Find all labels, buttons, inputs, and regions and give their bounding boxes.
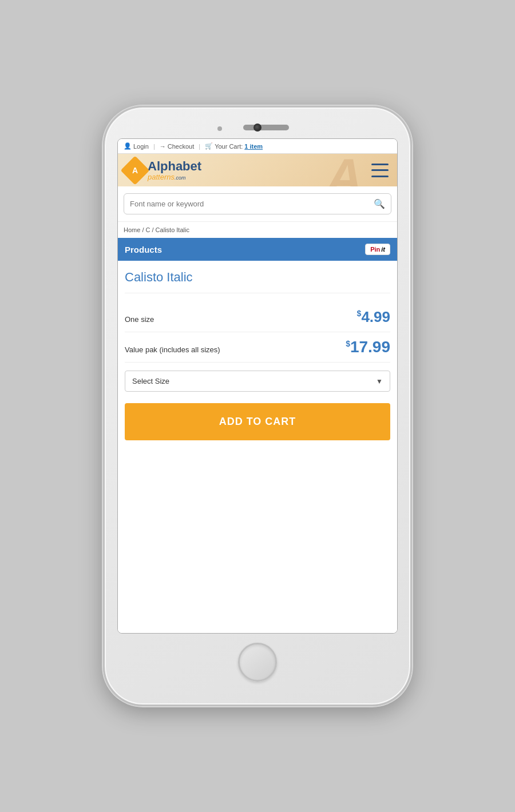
product-name: Calisto Italic	[125, 270, 390, 293]
value-pak-currency: $	[346, 339, 350, 348]
pin-it-brand-text: Pin	[370, 246, 380, 253]
nav-separator-1: |	[153, 143, 155, 150]
breadcrumb: Home / C / Calisto Italic	[118, 222, 397, 238]
search-box: 🔍	[124, 193, 391, 214]
bg-decorative-letter: A	[326, 154, 363, 186]
cart-icon: 🛒	[205, 142, 213, 150]
product-content: Calisto Italic One size $4.99 Value pak …	[118, 261, 397, 633]
dropdown-arrow-icon: ▼	[376, 377, 383, 385]
cart-label: Your Cart:	[215, 143, 243, 150]
phone-speaker	[243, 125, 289, 130]
arrow-icon: →	[160, 143, 166, 150]
phone-camera	[253, 124, 262, 132]
top-nav-bar: 👤 Login | → Checkout | 🛒 Your Cart: 1 it…	[118, 139, 397, 154]
value-pak-price-row: Value pak (includes all sizes) $17.99	[125, 332, 390, 363]
hamburger-menu-button[interactable]	[370, 162, 390, 179]
pin-it-button[interactable]: Pin it	[365, 244, 390, 255]
hamburger-line-3	[371, 176, 389, 177]
search-input[interactable]	[130, 200, 374, 208]
user-icon: 👤	[124, 142, 132, 150]
logo-alphabet: Alphabet	[148, 160, 201, 173]
pin-it-text: it	[381, 246, 385, 253]
phone-frame: 👤 Login | → Checkout | 🛒 Your Cart: 1 it…	[103, 106, 412, 706]
checkout-label: Checkout	[168, 143, 194, 150]
logo-patterns: patterns.com	[148, 173, 201, 181]
value-pak-price: $17.99	[346, 338, 390, 356]
products-title: Products	[125, 245, 162, 254]
value-pak-label: Value pak (includes all sizes)	[125, 345, 220, 354]
breadcrumb-text: Home / C / Calisto Italic	[124, 226, 189, 233]
phone-top	[116, 125, 399, 130]
logo-diamond-letter: A	[132, 166, 138, 175]
login-label: Login	[133, 143, 149, 150]
nav-separator-2: |	[199, 143, 200, 150]
cart-count: 1 item	[244, 143, 263, 150]
cart-link[interactable]: 🛒 Your Cart: 1 item	[205, 142, 263, 150]
select-size-dropdown[interactable]: Select Size ▼	[125, 371, 390, 392]
one-size-price: $4.99	[357, 308, 390, 326]
logo-container: A Alphabet patterns.com	[125, 160, 201, 181]
logo-text: Alphabet patterns.com	[148, 160, 201, 181]
phone-screen: 👤 Login | → Checkout | 🛒 Your Cart: 1 it…	[117, 138, 398, 634]
hamburger-line-2	[371, 169, 389, 171]
products-section-header: Products Pin it	[118, 238, 397, 261]
phone-dot	[217, 126, 222, 131]
one-size-label: One size	[125, 315, 154, 324]
search-icon[interactable]: 🔍	[374, 198, 385, 209]
search-container: 🔍	[118, 186, 397, 222]
header-area: A Alphabet patterns.com A	[118, 154, 397, 186]
login-link[interactable]: 👤 Login	[124, 142, 149, 150]
checkout-link[interactable]: → Checkout	[160, 143, 194, 150]
select-size-text: Select Size	[132, 377, 376, 385]
add-to-cart-button[interactable]: ADD TO CART	[125, 403, 390, 440]
logo-diamond: A	[121, 156, 150, 185]
hamburger-line-1	[371, 164, 389, 165]
phone-home-button[interactable]	[238, 643, 277, 682]
one-size-price-row: One size $4.99	[125, 302, 390, 332]
